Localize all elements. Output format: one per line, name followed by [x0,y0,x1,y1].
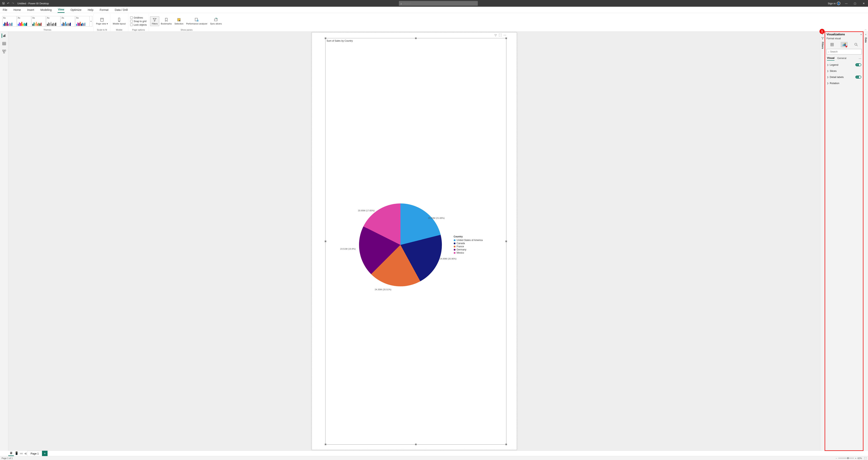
tab-file[interactable]: File [2,7,8,12]
visual-focus-icon[interactable]: ⛶ [499,34,501,37]
visual-more-icon[interactable]: ⋯ [503,34,506,37]
theme-option-6[interactable]: Aa [75,16,90,27]
data-pane-collapsed[interactable]: « Data [863,32,868,451]
theme-option-4[interactable]: Aa [46,16,60,27]
page-nav-first-icon[interactable]: ⏮ [19,452,23,455]
format-detail-labels[interactable]: ❯Detail labelsOn [826,74,863,80]
svg-rect-26 [843,44,843,46]
search-input[interactable] [403,2,476,5]
tab-modeling[interactable]: Modeling [40,7,52,12]
legend-item[interactable]: Canada [454,242,483,245]
analytics-tab[interactable] [852,42,860,48]
svg-rect-17 [4,50,5,51]
chevron-left-icon: « [865,33,866,35]
filters-pane-collapsed[interactable]: « Filters [820,32,825,451]
report-page[interactable]: ▽ ⛶ ⋯ Sum of Sales by Country 25.03M (21… [312,32,517,450]
format-tab-visual[interactable]: Visual [827,56,834,61]
format-tab-general[interactable]: General [837,57,846,60]
report-view-icon[interactable] [2,34,6,38]
legend-item[interactable]: Mexico [454,251,483,254]
data-label-usa: 25.03M (21.08%) [428,217,445,219]
tab-view[interactable]: View [58,7,65,13]
lock-objects-checkbox[interactable]: Lock objects [130,24,147,26]
add-page-button[interactable]: + [42,451,48,456]
gridlines-checkbox[interactable]: Gridlines [130,17,147,19]
legend-item[interactable]: Germany [454,248,483,251]
zoom-slider[interactable] [838,458,854,458]
theme-option-2[interactable]: Aa [17,16,31,27]
pie-visual[interactable]: ▽ ⛶ ⋯ Sum of Sales by Country 25.03M (21… [325,38,506,444]
resize-handle[interactable] [415,37,416,39]
theme-option-5[interactable]: Aa [61,16,75,27]
pie-chart[interactable]: 25.03M (21.08%) 24.89M (20.96%) 24.35M (… [359,204,442,286]
format-visual-tab[interactable]: ➤ [841,42,848,48]
titlebar: 🖫 ↶ ↷ Untitled - Power BI Desktop ⌕ Sign… [0,0,868,7]
svg-rect-11 [2,42,6,45]
format-legend[interactable]: ❯LegendOn [826,62,863,68]
minimize-button[interactable]: — [843,2,849,5]
theme-option-1[interactable]: Aa [2,16,17,27]
tab-data-drill[interactable]: Data / Drill [115,7,128,12]
global-search[interactable]: ⌕ [399,1,478,6]
expand-pane-icon[interactable]: » [861,33,862,35]
close-button[interactable]: ✕ [861,2,866,5]
filters-pane-button[interactable]: Filters [150,17,159,26]
tab-format[interactable]: Format [99,7,109,12]
canvas[interactable]: ▽ ⛶ ⋯ Sum of Sales by Country 25.03M (21… [8,32,820,451]
format-search-input[interactable] [830,50,860,53]
data-view-icon[interactable] [2,41,6,46]
format-slices[interactable]: ❯Slices [826,68,863,74]
tab-help[interactable]: Help [87,7,94,12]
collapse-ribbon-icon[interactable]: ︿ [865,28,867,31]
sign-in-button[interactable]: Sign in 👤 [828,2,840,5]
mobile-icon [117,18,122,22]
legend-toggle[interactable]: On [856,63,861,66]
visualizations-pane: 1 Visualizations » Format visual ➤ ⌕ [825,32,863,451]
theme-dropdown[interactable]: ▾ [90,16,92,27]
data-label-france: 24.35M (20.51%) [375,288,392,291]
redo-icon[interactable]: ↷ [12,2,14,5]
build-visual-tab[interactable] [829,42,836,48]
zoom-out-button[interactable]: − [836,457,837,459]
format-search[interactable]: ⌕ [827,49,862,55]
page-view-button[interactable]: Page view ▾ [95,17,109,26]
visual-filter-icon[interactable]: ▽ [495,34,497,37]
selection-icon [177,18,181,22]
resize-handle[interactable] [505,37,507,39]
performance-analyzer-button[interactable]: Performance analyzer [185,17,209,26]
menu-tabs: File Home Insert Modeling View Optimize … [0,7,868,13]
selection-pane-button[interactable]: Selection [173,17,184,26]
search-icon: ⌕ [828,50,829,53]
detail-labels-toggle[interactable]: On [856,75,861,79]
zoom-in-button[interactable]: + [855,457,856,459]
snap-to-grid-checkbox[interactable]: Snap to grid [130,20,147,23]
pane-subtitle: Format visual [825,37,863,41]
undo-icon[interactable]: ↶ [7,2,9,5]
save-icon[interactable]: 🖫 [2,2,5,5]
format-tabs-more-icon[interactable]: ⋯ [859,57,861,60]
svg-rect-18 [3,52,4,53]
sync-icon [214,18,218,22]
model-view-icon[interactable] [2,49,6,54]
resize-handle[interactable] [325,37,326,39]
maximize-button[interactable]: ▢ [852,2,858,5]
legend-item[interactable]: France [454,245,483,248]
fields-icon [830,42,834,47]
svg-point-3 [119,21,119,22]
desktop-layout-icon[interactable]: 🖥 [8,451,14,456]
bookmarks-pane-button[interactable]: Bookmarks [160,17,173,26]
svg-rect-5 [195,18,197,21]
mobile-layout-button[interactable]: Mobile layout [112,17,127,26]
sync-slicers-button[interactable]: Sync slicers [209,17,223,26]
legend-item[interactable]: United States of America [454,239,483,242]
performance-icon [194,18,199,22]
fit-to-page-icon[interactable]: ⛶ [864,457,866,459]
theme-option-3[interactable]: Aa [32,16,46,27]
format-rotation[interactable]: ❯Rotation [826,80,863,86]
page-nav-prev-icon[interactable]: ◀ [23,452,27,455]
tab-home[interactable]: Home [13,7,21,12]
tab-optimize[interactable]: Optimize [70,7,82,12]
page-tab-1[interactable]: Page 1 [27,451,42,456]
tab-insert[interactable]: Insert [27,7,34,12]
mobile-layout-icon[interactable]: 📱 [14,451,19,456]
